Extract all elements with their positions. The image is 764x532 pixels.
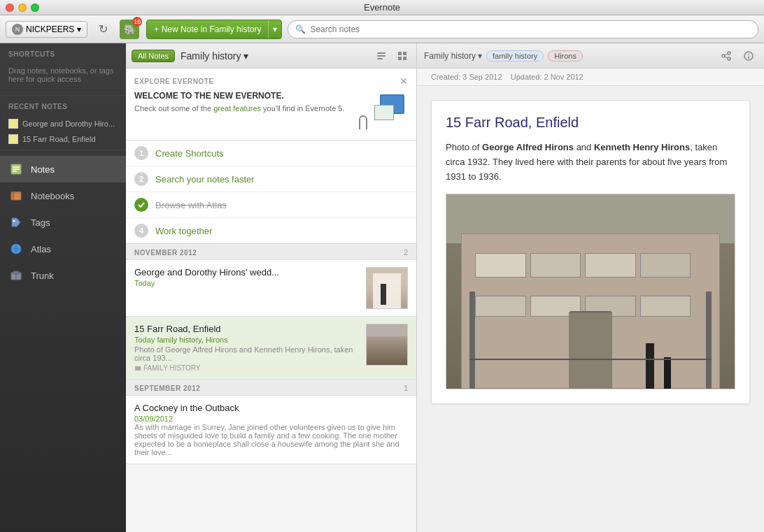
welcome-title: WELCOME TO THE NEW EVERNOTE. [134,91,345,101]
shortcuts-title: SHORTCUTS [0,43,126,61]
svg-rect-20 [135,366,141,371]
note-card-2[interactable]: 15 Farr Road, Enfield Today family histo… [126,317,416,380]
note-card-1[interactable]: George and Dorothy Hirons' wedd... Today [126,260,416,317]
tag-chip-family-history[interactable]: family history [486,50,544,62]
note-detail-panel: Family history ▾ family history Hirons [417,43,764,532]
welcome-content: WELCOME TO THE NEW EVERNOTE. Check out s… [134,91,408,133]
notebook-title-selector[interactable]: Family history ▾ [181,50,248,62]
titlebar: Evernote [0,0,764,15]
new-note-dropdown-arrow[interactable]: ▾ [269,20,281,38]
sidebar-item-notebooks[interactable]: Notebooks [0,182,126,209]
note-detail-header: Family history ▾ family history Hirons [417,43,764,69]
month-label-sep: SEPTEMBER 2012 [134,384,200,392]
note-notebook-badge-2: FAMILY HISTORY [134,364,360,372]
main-container: SHORTCUTS Drag notes, notebooks, or tags… [0,43,764,532]
svg-point-23 [728,57,730,60]
welcome-illustration [352,91,408,133]
info-button[interactable]: i [740,48,757,64]
trunk-icon [8,268,24,283]
svg-rect-17 [403,52,406,55]
trunk-label: Trunk [31,271,54,281]
svg-rect-13 [377,52,385,54]
step-item-1[interactable]: 1 Create Shortcuts [126,141,416,166]
search-icon: 🔍 [295,24,306,34]
note-body-text: Photo of George Alfred Hirons and Kennet… [446,141,735,184]
month-count: 2 [404,248,408,257]
view-toggle-button[interactable] [394,48,411,64]
minimize-button[interactable] [18,3,27,12]
photo-background [446,194,735,389]
sidebar-item-atlas[interactable]: Atlas [0,236,126,262]
user-arrow-icon: ▾ [77,24,81,34]
step-item-2[interactable]: 2 Search your notes faster [126,166,416,192]
recent-note-item[interactable]: 15 Farr Road, Enfield [0,131,126,147]
notebooks-icon [8,188,24,203]
body-mid: and [574,142,594,152]
sidebar-item-trunk[interactable]: Trunk [0,262,126,289]
sync-button[interactable]: ↻ [93,20,113,39]
search-input[interactable] [310,24,751,34]
share-button[interactable] [718,48,735,64]
month-count-sep: 1 [404,384,408,392]
note-card-3[interactable]: A Cockney in the Outback 03/09/2012 As w… [126,396,416,464]
toolbar: N NICKPEERS ▾ ↻ 🐘 16 + New Note in Famil… [0,15,764,43]
recent-note-item[interactable]: George and Dorothy Hiro... [0,116,126,131]
updated-date: Updated: 2 Nov 2012 [511,73,583,81]
notes-icon [8,161,24,177]
sidebar-item-tags[interactable]: Tags [0,209,126,236]
new-note-label: + New Note in Family history [154,24,261,34]
elephant-menu-button[interactable]: 🐘 16 [118,18,141,41]
note-photo [446,194,735,389]
explore-header: EXPLORE EVERNOTE ✕ [134,76,408,87]
panel-actions [373,48,411,64]
steps-list: 1 Create Shortcuts 2 Search your notes f… [126,141,416,244]
svg-point-22 [722,55,725,57]
welcome-desc: Check out some of the great features you… [134,103,345,114]
new-note-button[interactable]: + New Note in Family history ▾ [146,20,282,39]
sidebar-item-notes[interactable]: Notes [0,156,126,182]
svg-rect-5 [11,192,21,194]
svg-rect-18 [398,57,402,60]
notes-label: Notes [31,164,55,175]
step-item-3[interactable]: Browse with Atlas [126,192,416,218]
sidebar: SHORTCUTS Drag notes, notebooks, or tags… [0,43,126,532]
step-number-1: 1 [134,146,148,160]
breadcrumb-notebook[interactable]: Family history ▾ [424,51,482,61]
month-header-nov2012: NOVEMBER 2012 2 [126,244,416,260]
welcome-link[interactable]: great features [213,104,261,113]
user-button[interactable]: N NICKPEERS ▾ [6,21,87,38]
note-thumbnail-1 [366,267,408,309]
notes-scroll[interactable]: NOVEMBER 2012 2 George and Dorothy Hiron… [126,244,416,532]
user-label: NICKPEERS [26,24,74,34]
app-title: Evernote [364,2,400,13]
close-button[interactable] [6,3,14,12]
tag-chip-hirons[interactable]: Hirons [548,50,583,62]
step-label-4: Work together [155,226,212,236]
svg-point-21 [728,52,730,55]
step-label-2: Search your notes faster [155,174,255,185]
note-content-area[interactable]: 15 Farr Road, Enfield Photo of George Al… [417,86,764,532]
recent-note-label: 15 Farr Road, Enfield [22,135,96,143]
note-card-content-1: George and Dorothy Hirons' wedd... Today [134,267,360,309]
svg-line-25 [725,57,728,58]
note-date-2: Today [134,336,155,344]
search-bar[interactable]: 🔍 [288,20,758,38]
new-note-main[interactable]: + New Note in Family history [147,20,269,38]
svg-rect-14 [377,55,385,57]
note-title-3: A Cockney in the Outback [134,403,408,413]
note-icon [8,119,18,129]
note-snippet-3: As with marriage in Surrey, Jane joined … [134,423,408,456]
maximize-button[interactable] [31,3,39,12]
window-controls[interactable] [6,3,39,12]
all-notes-button[interactable]: All Notes [132,50,175,62]
tags-icon [8,215,24,230]
explore-title: EXPLORE EVERNOTE [134,78,214,85]
explore-close-button[interactable]: ✕ [399,76,408,87]
svg-rect-19 [403,57,406,60]
svg-point-7 [13,220,15,222]
note-date-3: 03/09/2012 [134,415,408,423]
svg-rect-16 [398,52,402,55]
sort-button[interactable] [373,48,390,64]
step-item-4[interactable]: 4 Work together [126,218,416,243]
welcome-desc-plain: Check out some of the [134,104,213,113]
